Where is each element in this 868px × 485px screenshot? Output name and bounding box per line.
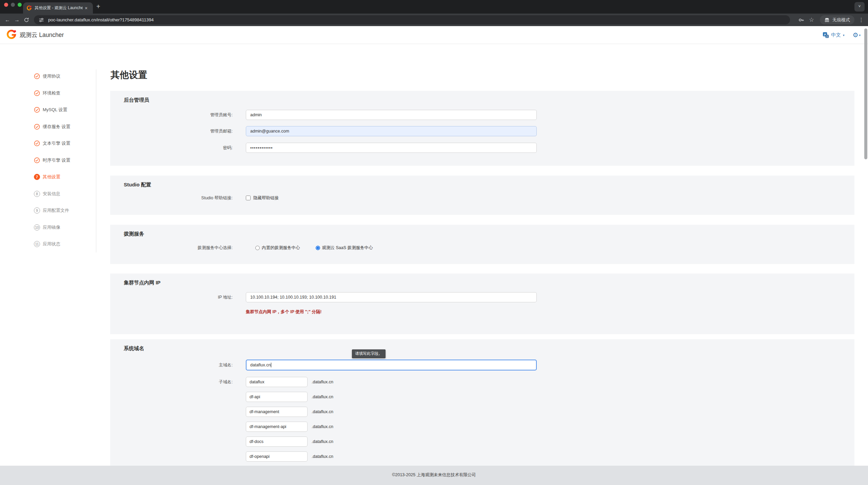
- subdomain-suffix: .dataflux.cn: [312, 424, 333, 429]
- subdomain-suffix: .dataflux.cn: [312, 454, 333, 459]
- step-number-badge: 10: [34, 224, 40, 230]
- radio-label: 内置的拨测服务中心: [262, 245, 300, 251]
- bookmark-star-icon[interactable]: ☆: [809, 16, 814, 23]
- check-circle-icon: [34, 140, 40, 146]
- scrollbar-thumb[interactable]: [864, 28, 867, 159]
- sidebar-item-label: 其他设置: [43, 174, 60, 180]
- sidebar-item-app-config[interactable]: 9 应用配置文件: [34, 207, 96, 214]
- section-probing: 拨测服务 拨测服务中心选择: 内置的拨测服务中心 观测云 SaaS 拨测服务中心: [110, 225, 854, 264]
- sidebar-item-env-check[interactable]: 环境检查: [34, 90, 96, 96]
- check-circle-icon: [34, 157, 40, 163]
- admin-email-label: 管理员邮箱:: [110, 128, 233, 134]
- install-steps-sidebar: 使用协议 环境检查 MySQL 设置 缓存服务 设置 文本引擎 设置 时序引擎 …: [34, 73, 96, 258]
- check-circle-icon: [34, 124, 40, 130]
- gear-icon: ⚙: [852, 31, 858, 39]
- brand-title: 观测云 Launcher: [20, 31, 64, 39]
- copyright-text: ©2013-2025 上海观测未来信息技术有限公司: [0, 466, 868, 478]
- subdomain-input[interactable]: [246, 377, 308, 387]
- language-caret-icon: ▾: [843, 34, 845, 37]
- sidebar-item-label: 使用协议: [43, 73, 60, 79]
- traffic-light-zoom[interactable]: [18, 3, 22, 7]
- screen: 其他设置 - 观测云 Launcher × + ˅ ← → poc-launch…: [0, 0, 868, 485]
- admin-password-input[interactable]: [246, 143, 537, 153]
- sidebar-item-cache[interactable]: 缓存服务 设置: [34, 124, 96, 130]
- sidebar-item-text-engine[interactable]: 文本引擎 设置: [34, 140, 96, 146]
- sidebar-item-label: 文本引擎 设置: [43, 140, 71, 146]
- sidebar-item-mysql[interactable]: MySQL 设置: [34, 107, 96, 113]
- site-settings-tune-icon[interactable]: [39, 17, 44, 23]
- new-tab-button[interactable]: +: [96, 3, 100, 10]
- sidebar-item-label: 应用镜像: [43, 224, 60, 230]
- admin-account-input[interactable]: [246, 110, 537, 120]
- subdomain-suffix: .dataflux.cn: [312, 380, 333, 384]
- radio-saas-probing-center[interactable]: 观测云 SaaS 拨测服务中心: [314, 245, 373, 251]
- traffic-light-close[interactable]: [4, 3, 8, 7]
- ip-address-label: IP 地址:: [110, 295, 233, 300]
- step-number-badge: 8: [34, 191, 40, 197]
- main-domain-value: dataflux.cn: [250, 363, 271, 367]
- svg-text:文: 文: [826, 35, 828, 38]
- check-circle-icon: [34, 73, 40, 79]
- tab-search-chevron-icon[interactable]: ˅: [854, 2, 865, 12]
- brand: 观测云 Launcher: [6, 29, 64, 40]
- back-icon[interactable]: ←: [3, 16, 12, 24]
- incognito-badge: 无痕模式: [820, 15, 854, 24]
- traffic-light-minimize[interactable]: [11, 3, 15, 7]
- radio-icon-selected[interactable]: [316, 246, 320, 250]
- sidebar-item-app-image[interactable]: 10 应用镜像: [34, 224, 96, 230]
- password-key-icon[interactable]: [798, 17, 804, 23]
- radio-label: 观测云 SaaS 拨测服务中心: [322, 245, 373, 251]
- browser-menu-icon[interactable]: ⋮: [859, 17, 864, 23]
- section-title: 系统域名: [124, 345, 144, 352]
- sidebar-item-agreement[interactable]: 使用协议: [34, 73, 96, 79]
- language-selector[interactable]: A 文 中文 ▾: [823, 32, 845, 38]
- forward-icon[interactable]: →: [13, 16, 21, 24]
- hide-help-link-checkbox[interactable]: [246, 196, 251, 200]
- language-label: 中文: [831, 32, 841, 38]
- settings-menu[interactable]: ⚙ ▾: [852, 31, 861, 39]
- app-header: 观测云 Launcher A 文 中文 ▾ ⚙ ▾: [0, 26, 868, 44]
- ip-warning-text: 集群节点内网 IP，多个 IP 使用 ";" 分隔!: [246, 309, 321, 315]
- sidebar-item-app-status[interactable]: 11 应用状态: [34, 241, 96, 247]
- url-text[interactable]: poc-launcher.dataflux.cn/install/other?1…: [48, 17, 154, 22]
- tab-title: 其他设置 - 观测云 Launcher: [35, 5, 83, 11]
- main-domain-input[interactable]: dataflux.cn: [246, 360, 537, 370]
- radio-icon[interactable]: [255, 246, 260, 250]
- section-title: 集群节点内网 IP: [124, 280, 160, 286]
- subdomain-input[interactable]: [246, 392, 308, 402]
- text-cursor: [271, 363, 271, 367]
- tab-close-icon[interactable]: ×: [85, 6, 87, 11]
- address-bar[interactable]: poc-launcher.dataflux.cn/install/other?1…: [34, 15, 790, 24]
- section-domain: 系统域名 请填写此字段。 主域名: dataflux.cn 子域名: .data…: [110, 339, 854, 466]
- sidebar-item-tsdb-engine[interactable]: 时序引擎 设置: [34, 157, 96, 163]
- probing-center-label: 拨测服务中心选择:: [110, 245, 233, 251]
- main-domain-label: 主域名:: [110, 362, 233, 368]
- admin-account-label: 管理员账号:: [110, 112, 233, 118]
- reload-icon[interactable]: [22, 16, 31, 24]
- sidebar-item-label: 缓存服务 设置: [43, 124, 71, 130]
- browser-tab[interactable]: 其他设置 - 观测云 Launcher ×: [23, 2, 93, 14]
- subdomain-input[interactable]: [246, 437, 308, 447]
- section-cluster-ip: 集群节点内网 IP IP 地址: 集群节点内网 IP，多个 IP 使用 ";" …: [110, 274, 854, 334]
- validation-tooltip: 请填写此字段。: [352, 349, 386, 358]
- check-circle-icon: [34, 107, 40, 113]
- hide-help-link-checkbox-label: 隐藏帮助链接: [253, 195, 279, 201]
- translate-icon: A 文: [823, 32, 829, 38]
- subdomain-input[interactable]: [246, 451, 308, 462]
- sidebar-item-install-info[interactable]: 8 安装信息: [34, 191, 96, 197]
- subdomain-input[interactable]: [246, 407, 308, 417]
- section-title: 拨测服务: [124, 231, 144, 237]
- radio-builtin-probing-center[interactable]: 内置的拨测服务中心: [253, 245, 300, 251]
- admin-password-label: 密码:: [110, 145, 233, 151]
- admin-email-input[interactable]: [246, 126, 537, 136]
- sidebar-item-label: 时序引擎 设置: [43, 157, 71, 163]
- subdomain-suffix: .dataflux.cn: [312, 409, 333, 414]
- subdomain-input[interactable]: [246, 422, 308, 432]
- check-circle-icon: [34, 90, 40, 96]
- page-footer: ©2013-2025 上海观测未来信息技术有限公司: [0, 466, 868, 485]
- section-title: Studio 配置: [124, 182, 151, 188]
- subdomain-suffix: .dataflux.cn: [312, 395, 333, 399]
- sidebar-item-other-settings[interactable]: 7 其他设置: [34, 174, 96, 180]
- settings-caret-icon: ▾: [859, 34, 861, 37]
- ip-address-input[interactable]: [246, 292, 537, 302]
